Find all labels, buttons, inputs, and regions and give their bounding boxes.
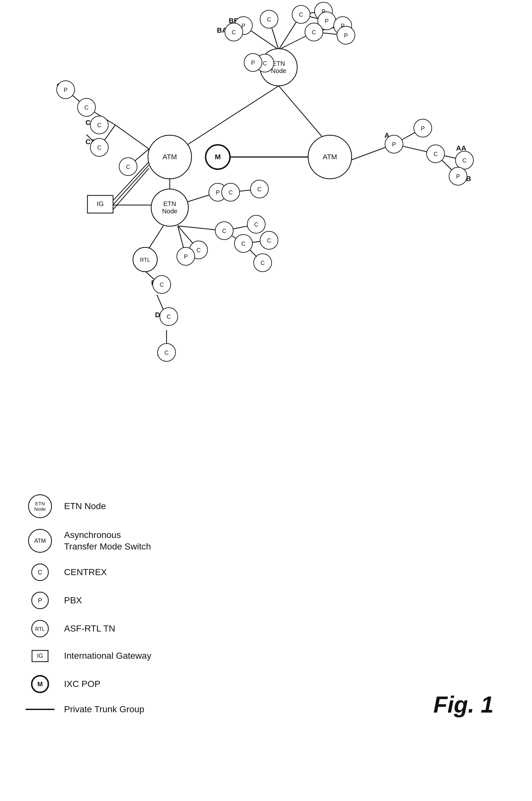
svg-text:C: C [165, 350, 169, 356]
svg-text:P: P [251, 60, 255, 66]
legend-rtl: RTL ASF-RTL TN [26, 619, 506, 638]
svg-text:C: C [126, 164, 130, 170]
legend-ig: IG International Gateway [26, 647, 506, 665]
legend-atm-label: AsynchronousTransfer Mode Switch [64, 529, 151, 553]
svg-text:C: C [299, 12, 303, 18]
svg-text:P: P [64, 87, 68, 93]
svg-text:IG: IG [37, 653, 43, 659]
legend-pbx-label: PBX [64, 595, 82, 606]
svg-text:C: C [434, 151, 438, 157]
svg-text:ETN: ETN [272, 60, 285, 67]
svg-text:ETN: ETN [35, 501, 45, 506]
legend-trunk-label: Private Trunk Group [64, 704, 145, 715]
svg-text:C: C [263, 60, 267, 67]
legend-centrex-label: CENTREX [64, 566, 107, 578]
legend-rtl-label: ASF-RTL TN [64, 623, 115, 634]
svg-text:C: C [160, 282, 164, 288]
svg-text:P: P [325, 18, 329, 24]
svg-text:C: C [222, 228, 226, 234]
legend-ig-label: International Gateway [64, 650, 151, 662]
svg-text:RTL: RTL [140, 257, 150, 263]
svg-text:C: C [267, 16, 271, 23]
svg-text:C: C [242, 241, 246, 247]
svg-text:P: P [344, 32, 348, 39]
svg-text:C: C [197, 247, 201, 254]
svg-text:RTL: RTL [35, 627, 45, 632]
svg-text:C: C [38, 569, 42, 576]
svg-text:P: P [392, 141, 396, 148]
svg-text:P: P [184, 254, 188, 260]
svg-text:C: C [267, 238, 271, 244]
svg-text:C: C [84, 105, 89, 111]
svg-line-16 [115, 125, 149, 149]
legend-ixc-symbol: M [26, 674, 54, 695]
legend-centrex: C CENTREX [26, 563, 506, 582]
legend-pbx-symbol: P [26, 591, 54, 610]
legend-rtl-symbol: RTL [26, 619, 54, 638]
svg-text:C: C [254, 221, 259, 228]
legend-etn-symbol: ETN Node [26, 493, 54, 519]
legend-trunk-line [26, 709, 54, 710]
svg-text:Node: Node [162, 208, 177, 215]
legend-centrex-symbol: C [26, 563, 54, 582]
svg-text:M: M [215, 153, 221, 161]
svg-text:P: P [38, 597, 42, 604]
svg-text:P: P [456, 173, 460, 180]
svg-text:C: C [261, 260, 265, 266]
legend-atm: ATM AsynchronousTransfer Mode Switch [26, 528, 506, 554]
svg-text:C: C [167, 314, 171, 320]
svg-text:C: C [462, 157, 467, 164]
svg-text:C: C [229, 189, 233, 196]
svg-line-36 [149, 226, 163, 248]
svg-text:ATM: ATM [34, 538, 46, 544]
legend-etn: ETN Node ETN Node [26, 493, 506, 519]
svg-text:C: C [97, 145, 101, 151]
network-diagram: ETN Node ATM ATM ETN Node M IG RTL BB P … [0, 0, 532, 481]
svg-line-10 [186, 86, 279, 146]
svg-text:C: C [312, 29, 316, 36]
svg-text:M: M [37, 681, 43, 688]
svg-text:C: C [258, 186, 262, 192]
svg-text:ATM: ATM [163, 153, 177, 161]
svg-text:C: C [97, 122, 101, 129]
svg-text:Node: Node [271, 67, 286, 74]
svg-text:C: C [232, 29, 236, 36]
legend-atm-symbol: ATM [26, 528, 54, 554]
svg-text:IG: IG [97, 200, 104, 207]
legend-ixc-label: IXC POP [64, 678, 100, 690]
figure-label: Fig. 1 [433, 691, 494, 718]
legend-area: ETN Node ETN Node ATM AsynchronousTransf… [0, 481, 532, 737]
legend-pbx: P PBX [26, 591, 506, 610]
legend-etn-label: ETN Node [64, 501, 106, 512]
svg-text:Node: Node [34, 506, 46, 512]
legend-ig-symbol: IG [26, 647, 54, 665]
svg-text:ETN: ETN [163, 200, 176, 207]
svg-text:C: C [86, 118, 91, 127]
svg-text:P: P [216, 189, 220, 196]
svg-text:ATM: ATM [323, 153, 337, 161]
svg-text:P: P [421, 125, 425, 132]
